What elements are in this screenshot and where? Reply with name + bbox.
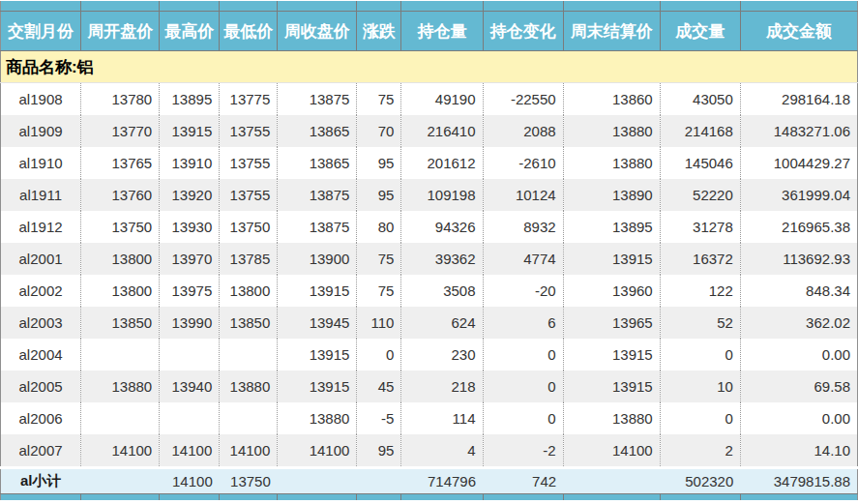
column-header-row: 交割月份 周开盘价 最高价 最低价 周收盘价 涨跌 持仓量 持仓变化 周末结算价… (1, 12, 858, 51)
cell-week-open: 14100 (81, 434, 160, 468)
column-header-delivery-month: 交割月份 (1, 12, 81, 51)
cell-week-open (81, 402, 160, 434)
table-row: al200413915023001391500.00 (1, 339, 858, 371)
cell-oi-change: 6 (483, 307, 563, 339)
cell-turnover: 362.02 (740, 307, 857, 339)
cell-month: al2002 (1, 275, 81, 307)
cell-weekend-settlement: 13880 (563, 402, 660, 434)
cell-change: 95 (357, 434, 401, 468)
column-header-weekend-settlement: 周末结算价 (563, 12, 660, 51)
strip-cell (220, 1, 278, 12)
cell-open-interest: 3508 (401, 275, 483, 307)
cell-weekend-settlement: 13895 (563, 211, 660, 243)
cell-month: al2003 (1, 307, 81, 339)
cell-low: 13750 (220, 211, 278, 243)
cell-low: 13850 (220, 307, 278, 339)
cell-month: al2006 (1, 402, 81, 434)
strip-cell (401, 494, 483, 501)
table-row: al200613880-511401388000.00 (1, 402, 858, 434)
cell-week-close: 13915 (278, 339, 357, 371)
cell-volume: 145046 (660, 147, 740, 179)
strip-cell (563, 494, 660, 501)
column-header-oi-change: 持仓变化 (483, 12, 563, 51)
strip-cell (278, 494, 357, 501)
previous-header-strip (1, 1, 858, 12)
cell-oi-change: 4774 (483, 243, 563, 275)
strip-cell (278, 1, 357, 12)
table-row: al20031385013990138501394511062461396552… (1, 307, 858, 339)
cell-turnover: 0.00 (740, 402, 857, 434)
cell-oi-change: -2610 (483, 147, 563, 179)
cell-change: 80 (357, 211, 401, 243)
cell-month: al2005 (1, 371, 81, 402)
cell-volume: 0 (660, 402, 740, 434)
subtotal-high: 14100 (160, 468, 220, 494)
cell-week-close: 14100 (278, 434, 357, 468)
cell-week-close: 13900 (278, 243, 357, 275)
cell-change: -5 (357, 402, 401, 434)
cell-open-interest: 94326 (401, 211, 483, 243)
cell-change: 110 (357, 307, 401, 339)
cell-open-interest: 624 (401, 307, 483, 339)
cell-weekend-settlement: 13880 (563, 147, 660, 179)
cell-high: 13910 (160, 147, 220, 179)
cell-low: 14100 (220, 434, 278, 468)
table-row: al20011380013970137851390075393624774139… (1, 243, 858, 275)
cell-open-interest: 49190 (401, 83, 483, 116)
cell-low (220, 402, 278, 434)
strip-cell (220, 494, 278, 501)
strip-cell (660, 1, 740, 12)
cell-oi-change: 8932 (483, 211, 563, 243)
cell-volume: 43050 (660, 83, 740, 116)
cell-low: 13880 (220, 371, 278, 402)
cell-open-interest: 39362 (401, 243, 483, 275)
table-row: al200714100141001410014100954-214100214.… (1, 434, 858, 468)
cell-month: al1910 (1, 147, 81, 179)
cell-turnover: 14.10 (740, 434, 857, 468)
cell-turnover: 0.00 (740, 339, 857, 371)
strip-cell (483, 1, 563, 12)
cell-high: 13930 (160, 211, 220, 243)
strip-cell (1, 494, 81, 501)
strip-cell (81, 1, 160, 12)
table-row: al19111376013920137551387595109198101241… (1, 179, 858, 211)
cell-weekend-settlement: 13860 (563, 83, 660, 116)
table-row: al19101376513910137551386595201612-26101… (1, 147, 858, 179)
commodity-group-label: 商品名称:铝 (1, 51, 858, 83)
cell-oi-change: -20 (483, 275, 563, 307)
cell-high: 13940 (160, 371, 220, 402)
cell-low: 13755 (220, 179, 278, 211)
cell-turnover: 69.58 (740, 371, 857, 402)
subtotal-week-open (81, 468, 160, 494)
cell-oi-change: 10124 (483, 179, 563, 211)
cell-turnover: 848.34 (740, 275, 857, 307)
cell-volume: 2 (660, 434, 740, 468)
column-header-week-close: 周收盘价 (278, 12, 357, 51)
cell-turnover: 361999.04 (740, 179, 857, 211)
commodity-group-row: 商品名称:铝 (1, 51, 858, 83)
cell-week-open: 13765 (81, 147, 160, 179)
cell-high: 13990 (160, 307, 220, 339)
cell-week-open (81, 339, 160, 371)
cell-change: 70 (357, 115, 401, 147)
strip-cell (160, 494, 220, 501)
cell-volume: 31278 (660, 211, 740, 243)
cell-weekend-settlement: 13965 (563, 307, 660, 339)
cell-turnover: 1483271.06 (740, 115, 857, 147)
cell-low: 13755 (220, 147, 278, 179)
cell-oi-change: 0 (483, 371, 563, 402)
cell-low: 13755 (220, 115, 278, 147)
cell-week-close: 13875 (278, 179, 357, 211)
cell-weekend-settlement: 14100 (563, 434, 660, 468)
cell-open-interest: 216410 (401, 115, 483, 147)
subtotal-change (357, 468, 401, 494)
subtotal-turnover: 3479815.88 (740, 468, 857, 494)
cell-volume: 10 (660, 371, 740, 402)
cell-low: 13800 (220, 275, 278, 307)
cell-week-open: 13800 (81, 243, 160, 275)
cell-weekend-settlement: 13915 (563, 371, 660, 402)
subtotal-volume: 502320 (660, 468, 740, 494)
cell-volume: 214168 (660, 115, 740, 147)
cell-open-interest: 230 (401, 339, 483, 371)
cell-change: 95 (357, 179, 401, 211)
